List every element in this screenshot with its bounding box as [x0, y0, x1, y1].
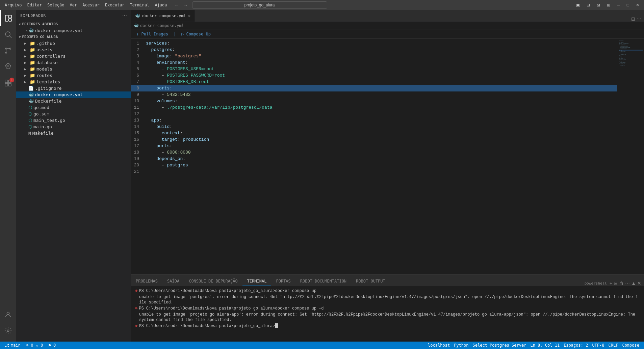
line-num-4: 4 [131, 59, 145, 66]
cursor-position: Ln 8, Col 11 [530, 343, 560, 348]
close-panel-button[interactable]: ✕ [637, 280, 641, 286]
open-file-docker-compose[interactable]: ✕ 🐳 docker-compose.yml [16, 27, 131, 34]
status-warnings[interactable]: ⚑ 0 [46, 342, 58, 349]
menu-ajuda[interactable]: Ajuda [153, 2, 169, 8]
code-editor[interactable]: 1 services: 2 postgres: 3 image: "postgr… [131, 39, 617, 274]
split-editor-button[interactable]: ⊟ [631, 16, 635, 22]
kill-terminal-button[interactable]: 🗑 [619, 280, 624, 286]
maximize-button[interactable]: □ [625, 2, 631, 8]
open-editors-header[interactable]: ▼ EDITORES ABERTOS [16, 21, 131, 27]
file-docker-compose[interactable]: 🐳 docker-compose.yml [16, 91, 131, 98]
file-makefile[interactable]: M Makefile [16, 130, 131, 136]
menu-ver[interactable]: Ver [68, 2, 79, 8]
pull-images-button[interactable]: ↓ Pull Images [136, 32, 168, 36]
tab-robot-documentation[interactable]: ROBOT DOCUMENTATION [295, 277, 351, 286]
code-line-1: 1 services: [131, 40, 617, 47]
docker-toolbar: ↓ Pull Images | ▷ Compose Up [131, 29, 644, 39]
status-db[interactable]: Select Postgres Server [470, 343, 528, 348]
layout-toggle-2[interactable]: ⊟ [585, 2, 592, 8]
line-content-4: environment: [145, 59, 617, 66]
folder-arrow: ▶ [24, 48, 30, 52]
terminal-content[interactable]: ⊗ PS C:\Users\rodri\Downloads\Nova pasta… [131, 286, 644, 342]
folder-assets[interactable]: ▶ 📁 assets [16, 47, 131, 53]
folder-models[interactable]: ▶ 📁 models [16, 66, 131, 72]
tab-portas[interactable]: PORTAS [271, 277, 295, 286]
file-main-test[interactable]: ⬡ main_test.go [16, 117, 131, 124]
more-terminal-button[interactable]: ⋯ [625, 280, 630, 286]
folder-github[interactable]: ▶ 📁 .github [16, 40, 131, 47]
more-actions-button[interactable]: ⋯ [637, 16, 641, 22]
status-language[interactable]: Python [452, 343, 470, 348]
file-gitignore[interactable]: 📄 .gitignore [16, 85, 131, 91]
activity-extensions[interactable]: 1 [0, 75, 16, 91]
file-go-mod[interactable]: ⬡ go.mod [16, 104, 131, 111]
error-icon-2: ⊗ [135, 306, 137, 311]
folder-arrow: ▶ [24, 61, 30, 64]
line-num-6: 6 [131, 72, 145, 79]
project-header[interactable]: ▼ PROJETO_GO_ALURA [16, 34, 131, 40]
activity-explorer[interactable] [0, 10, 16, 26]
status-format[interactable]: Compose [620, 343, 641, 348]
file-go-sum[interactable]: ⬡ go.sum [16, 111, 131, 117]
layout-toggle-1[interactable]: ▣ [574, 2, 582, 8]
tab-console-depuracao[interactable]: CONSOLE DE DEPURAÇÃO [184, 277, 242, 286]
tab-problemas[interactable]: PROBLEMAS [131, 277, 162, 286]
activity-search[interactable] [0, 26, 16, 43]
minimize-button[interactable]: ─ [615, 2, 622, 8]
svg-rect-8 [5, 80, 8, 83]
tab-docker-compose[interactable]: 🐳 docker-compose.yml ✕ [131, 10, 195, 22]
tab-close-button[interactable]: ✕ [188, 14, 190, 18]
line-content-1: services: [145, 40, 617, 47]
menu-arquivo[interactable]: Arquivo [3, 2, 24, 8]
folder-controllers[interactable]: ▶ 📁 controllers [16, 53, 131, 59]
branch-name: main [11, 343, 21, 348]
folder-icon: 📁 [30, 60, 35, 65]
file-dockerfile[interactable]: 🐳 Dockerfile [16, 98, 131, 104]
menu-editar[interactable]: Editar [25, 2, 44, 8]
split-terminal-button[interactable]: ⊟ [614, 280, 618, 286]
back-button[interactable]: ← [173, 2, 181, 8]
code-line-17: 17 ports: [131, 143, 617, 149]
menu-selecao[interactable]: Seleção [45, 2, 67, 8]
tab-saida[interactable]: SAÍDA [162, 277, 184, 286]
activity-accounts[interactable] [0, 306, 16, 323]
tab-robot-output[interactable]: ROBOT OUTPUT [351, 277, 390, 286]
terminal-cmd-2: docker compose up -d [275, 306, 324, 311]
tab-actions: ⊟ ⋯ [628, 16, 644, 22]
line-num-14: 14 [131, 124, 145, 130]
file-main-go[interactable]: ⬡ main.go [16, 124, 131, 130]
close-button[interactable]: ✕ [634, 2, 641, 8]
status-encoding[interactable]: UTF-8 [590, 343, 606, 348]
status-cursor[interactable]: Ln 8, Col 11 [528, 343, 562, 348]
search-input[interactable] [192, 1, 327, 9]
status-errors[interactable]: ⊗ 0 △ 0 [24, 342, 45, 349]
menu-executar[interactable]: Executar [103, 2, 127, 8]
close-file-icon[interactable]: ✕ [26, 29, 28, 32]
menu-terminal[interactable]: Terminal [128, 2, 152, 8]
folder-routes[interactable]: ▶ 📁 routes [16, 72, 131, 79]
status-branch[interactable]: ⎇ main [3, 342, 23, 349]
status-eol[interactable]: CRLF [607, 343, 620, 348]
status-spaces[interactable]: Espaços: 2 [562, 343, 590, 348]
activity-settings[interactable] [0, 323, 16, 339]
tab-terminal[interactable]: TERMINAL [242, 277, 272, 286]
line-content-20: - postgres [145, 162, 617, 168]
layout-toggle-3[interactable]: ⊠ [595, 2, 602, 8]
maximize-panel-button[interactable]: ▲ [631, 280, 636, 286]
terminal-line-3: ⊗ PS C:\Users\rodri\Downloads\Nova pasta… [135, 323, 640, 329]
svg-point-5 [5, 48, 7, 49]
terminal-panel: PROBLEMAS SAÍDA CONSOLE DE DEPURAÇÃO TER… [131, 274, 644, 342]
compose-up-button[interactable]: ▷ Compose Up [181, 32, 211, 36]
folder-templates[interactable]: ▶ 📁 templates [16, 79, 131, 85]
folder-arrow: ▶ [24, 54, 30, 58]
forward-button[interactable]: → [182, 2, 189, 8]
new-file-button[interactable]: ⋯ [122, 13, 127, 18]
code-line-13: 13 app: [131, 117, 617, 124]
new-terminal-button[interactable]: + [610, 280, 612, 286]
folder-database[interactable]: ▶ 📁 database [16, 59, 131, 66]
activity-debug[interactable] [0, 59, 16, 75]
layout-toggle-4[interactable]: ⊞ [605, 2, 612, 8]
status-remote[interactable]: localhost [426, 343, 452, 348]
menu-acessar[interactable]: Acessar [80, 2, 102, 8]
activity-source-control[interactable] [0, 43, 16, 59]
